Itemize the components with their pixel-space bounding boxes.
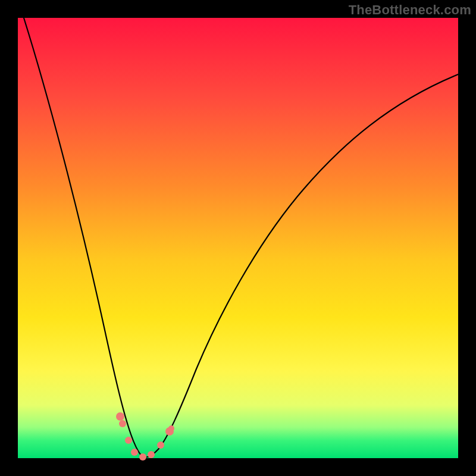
marker-dot — [168, 425, 174, 431]
curve-svg — [18, 18, 458, 458]
marker-dot — [125, 437, 132, 444]
marker-dot — [148, 451, 155, 458]
watermark-text: TheBottleneck.com — [349, 2, 471, 18]
marker-dot — [157, 441, 164, 449]
marker-dot — [119, 420, 126, 427]
marker-dot — [131, 449, 138, 456]
marker-dot — [116, 412, 124, 421]
chart-frame: TheBottleneck.com — [0, 0, 476, 476]
bottleneck-curve — [24, 18, 458, 458]
plot-area — [18, 18, 458, 458]
marker-dot — [139, 453, 146, 461]
